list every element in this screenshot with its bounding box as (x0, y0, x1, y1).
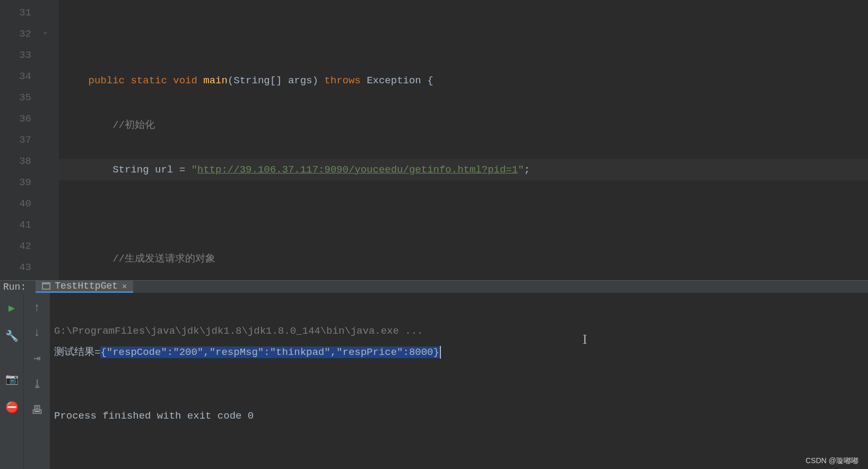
line-number: 33 (0, 45, 31, 66)
code-line-active: String url = "http://39.106.37.117:9090/… (59, 159, 868, 180)
console-output[interactable]: G:\ProgramFiles\java\jdk\jdk1.8\jdk1.8.0… (50, 293, 868, 469)
run-header: Run: TestHttpGet ✕ (0, 281, 868, 293)
line-number: 34 (0, 66, 31, 87)
code-area[interactable]: public static void main(String[] args) t… (59, 0, 868, 280)
line-number: 31 (0, 2, 31, 23)
fold-column: ⌄ (40, 0, 59, 280)
line-number: 40 (0, 193, 31, 214)
dump-threads-icon[interactable]: 📷 (5, 372, 19, 386)
down-arrow-icon[interactable]: ↓ (33, 326, 40, 340)
console-blank-line (54, 384, 864, 405)
line-number: 43 (0, 257, 31, 278)
console-exit-line: Process finished with exit code 0 (54, 405, 864, 427)
settings-icon[interactable]: 🔧 (5, 329, 19, 343)
close-tab-icon[interactable]: ✕ (122, 281, 127, 291)
line-number: 41 (0, 214, 31, 236)
line-number: 32 (0, 23, 31, 45)
code-line (59, 25, 868, 47)
scroll-to-end-icon[interactable]: ⤓ (32, 377, 42, 392)
soft-wrap-icon[interactable]: ⇥ (33, 351, 40, 366)
console-command-line: G:\ProgramFiles\java\jdk\jdk1.8\jdk1.8.0… (54, 320, 864, 342)
code-line: //初始化 (59, 115, 868, 136)
up-arrow-icon[interactable]: ↑ (33, 301, 40, 315)
code-editor[interactable]: 31 32 33 34 35 36 37 38 39 40 41 42 43 ▶… (0, 0, 868, 280)
code-line (59, 204, 868, 225)
selected-text: {"respCode":"200","respMsg":"thinkpad","… (100, 346, 439, 358)
text-caret (440, 346, 441, 359)
line-number: 38 (0, 151, 31, 172)
code-line: //生成发送请求的对象 (59, 248, 868, 270)
mouse-text-cursor-icon: I (583, 332, 587, 348)
line-number: 35 (0, 87, 31, 108)
run-toolbar-nav: ↑ ↓ ⇥ ⤓ 🖶 (23, 293, 50, 469)
run-toolbar-left: ▶ 🔧 📷 ⛔ (0, 293, 23, 469)
code-line: public static void main(String[] args) t… (59, 70, 868, 91)
run-tab-label: TestHttpGet (55, 281, 118, 291)
exit-icon[interactable]: ⛔ (5, 401, 19, 414)
run-tab[interactable]: TestHttpGet ✕ (36, 281, 133, 293)
watermark-text: CSDN @璇嘟嘟 (805, 456, 858, 466)
print-icon[interactable]: 🖶 (31, 403, 43, 418)
line-number: 36 (0, 108, 31, 129)
application-icon (42, 282, 50, 290)
fold-toggle-icon[interactable]: ⌄ (43, 27, 47, 36)
line-number: 42 (0, 236, 31, 257)
console-output-line: 测试结果={"respCode":"200","respMsg":"thinkp… (54, 342, 864, 363)
run-label: Run: (0, 281, 36, 293)
line-number: 37 (0, 129, 31, 151)
line-number-gutter: 31 32 33 34 35 36 37 38 39 40 41 42 43 ▶ (0, 0, 40, 280)
run-body: ▶ 🔧 📷 ⛔ ↑ ↓ ⇥ ⤓ 🖶 G:\ProgramFiles\java\j… (0, 293, 868, 469)
rerun-icon[interactable]: ▶ (8, 301, 15, 315)
line-number: 39 (0, 172, 31, 193)
run-tool-window: Run: TestHttpGet ✕ ▶ 🔧 📷 ⛔ ↑ ↓ ⇥ ⤓ 🖶 G:\… (0, 280, 868, 469)
